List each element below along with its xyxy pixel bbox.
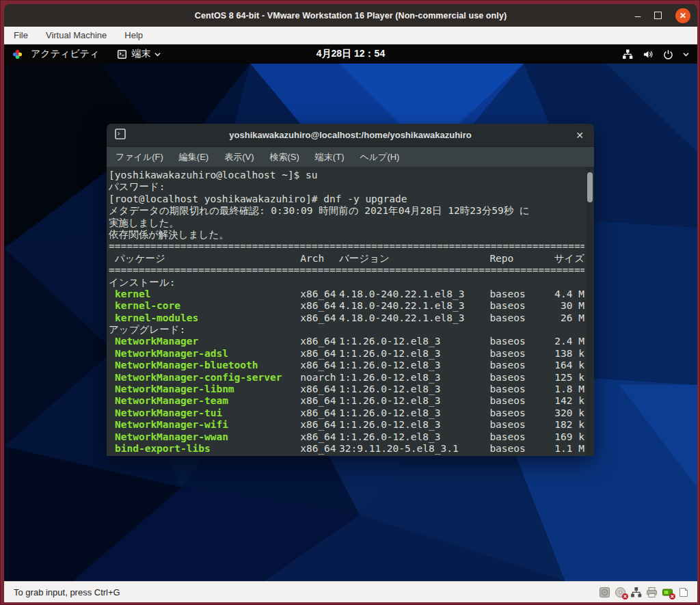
terminal-menu-file[interactable]: ファイル(F) (116, 151, 163, 163)
terminal-menubar: ファイル(F) 編集(E) 表示(V) 検索(S) 端末(T) ヘルプ(H) (107, 146, 594, 167)
repo-cell: baseos (489, 300, 552, 312)
desktop: yoshikawakazuhiro@localhost:/home/yoshik… (4, 64, 697, 581)
sound-card-icon[interactable]: ✕ (662, 587, 673, 598)
arch-cell: x86_64 (300, 443, 339, 455)
repo-cell: baseos (489, 336, 552, 347)
repo-cell: baseos (489, 407, 552, 419)
package-row: NetworkManager-wifix86_641:1.26.0-12.el8… (109, 419, 584, 431)
menu-virtual-machine[interactable]: Virtual Machine (46, 30, 107, 40)
size-cell: 142 k (552, 395, 584, 407)
package-name-cell: NetworkManager-wifi (109, 419, 300, 431)
version-cell: 4.18.0-240.22.1.el8_3 (339, 288, 489, 300)
terminal-menu-help[interactable]: ヘルプ(H) (360, 151, 399, 163)
version-cell: 4.18.0-240.22.1.el8_3 (339, 300, 489, 312)
arch-cell: x86_64 (300, 419, 339, 431)
size-cell: 320 k (552, 407, 584, 419)
terminal-menu-edit[interactable]: 編集(E) (179, 151, 208, 163)
package-table-header: パッケージ Arch バージョン Repo サイズ (109, 253, 584, 265)
version-cell: 1:1.26.0-12.el8_3 (339, 419, 489, 431)
size-cell: 138 k (552, 348, 584, 360)
network-adapter-icon[interactable] (630, 587, 642, 598)
terminal-screen[interactable]: [yoshikawakazuhiro@localhost ~]$ su パスワー… (107, 167, 594, 456)
terminal-menu-search[interactable]: 検索(S) (270, 151, 299, 163)
repo-cell: baseos (489, 384, 552, 395)
terminal-titlebar[interactable]: yoshikawakazuhiro@localhost:/home/yoshik… (107, 124, 594, 146)
package-row: NetworkManager-libnmx86_641:1.26.0-12.el… (109, 384, 584, 395)
printer-icon[interactable] (646, 587, 658, 598)
package-name-cell: NetworkManager-bluetooth (109, 360, 300, 371)
size-cell: 4.4 M (552, 288, 584, 300)
package-name-cell: NetworkManager-team (109, 395, 300, 407)
vmware-window-title: CentOS 8 64-bit - VMware Workstation 16 … (4, 11, 697, 21)
version-cell: 1:1.26.0-12.el8_3 (339, 395, 489, 407)
clipboard-icon[interactable] (677, 587, 689, 598)
arch-cell: x86_64 (300, 360, 339, 371)
version-cell: 1:1.26.0-12.el8_3 (339, 431, 489, 443)
repo-cell: baseos (489, 288, 552, 300)
size-cell: 2.4 M (552, 336, 584, 347)
package-row: NetworkManager-tuix86_641:1.26.0-12.el8_… (109, 407, 584, 419)
repo-cell: baseos (489, 372, 552, 384)
package-row: kernelx86_644.18.0-240.22.1.el8_3baseos4… (109, 288, 584, 300)
terminal-line: 実施しました。 (109, 217, 584, 229)
package-row: NetworkManagerx86_641:1.26.0-12.el8_3bas… (109, 336, 584, 347)
package-name-cell: NetworkManager-adsl (109, 348, 300, 360)
arch-cell: x86_64 (300, 312, 339, 324)
version-cell: 32:9.11.20-5.el8_3.1 (339, 443, 489, 455)
repo-cell: baseos (489, 312, 552, 324)
volume-icon (643, 49, 654, 59)
terminal-title: yoshikawakazuhiro@localhost:/home/yoshik… (107, 130, 594, 140)
arch-cell: x86_64 (300, 395, 339, 407)
version-cell: 1:1.26.0-12.el8_3 (339, 372, 489, 384)
size-cell: 1.1 M (552, 443, 584, 455)
header-package: パッケージ (109, 253, 300, 265)
arch-cell: noarch (300, 372, 339, 384)
vmware-titlebar[interactable]: CentOS 8 64-bit - VMware Workstation 16 … (4, 4, 697, 27)
repo-cell: baseos (489, 419, 552, 431)
arch-cell: x86_64 (300, 431, 339, 443)
size-cell: 169 k (552, 431, 584, 443)
header-size: サイズ (552, 253, 584, 265)
menu-file[interactable]: File (14, 30, 28, 40)
repo-cell: baseos (489, 395, 552, 407)
minimize-button[interactable]: – (635, 12, 641, 19)
repo-cell: baseos (489, 360, 552, 371)
version-cell: 1:1.26.0-12.el8_3 (339, 407, 489, 419)
package-name-cell: kernel-core (109, 300, 300, 312)
terminal-menu-terminal[interactable]: 端末(T) (315, 151, 345, 163)
close-button[interactable]: ✕ (675, 8, 690, 23)
hard-disk-icon[interactable] (599, 587, 610, 598)
package-row: kernel-modulesx86_644.18.0-240.22.1.el8_… (109, 312, 584, 324)
terminal-line: [root@localhost yoshikawakazuhiro]# dnf … (109, 193, 584, 205)
size-cell: 182 k (552, 419, 584, 431)
size-cell: 164 k (552, 360, 584, 371)
scrollbar-thumb[interactable] (587, 172, 593, 202)
separator-line: ========================================… (109, 265, 584, 276)
terminal-line: メタデータの期限切れの最終確認: 0:30:09 時間前の 2021年04月28… (109, 205, 584, 217)
terminal-close-button[interactable]: ✕ (574, 129, 586, 142)
package-name-cell: NetworkManager (109, 336, 300, 347)
package-table: インストール:kernelx86_644.18.0-240.22.1.el8_3… (109, 277, 584, 455)
chevron-down-icon (683, 52, 689, 57)
terminal-menu-view[interactable]: 表示(V) (224, 151, 254, 163)
menu-help[interactable]: Help (124, 30, 143, 40)
size-cell: 1.8 M (552, 384, 584, 395)
arch-cell: x86_64 (300, 336, 339, 347)
repo-cell: baseos (489, 431, 552, 443)
arch-cell: x86_64 (300, 348, 339, 360)
version-cell: 1:1.26.0-12.el8_3 (339, 348, 489, 360)
cd-rom-icon[interactable]: ✕ (615, 587, 626, 598)
terminal-scrollbar[interactable] (586, 167, 594, 456)
system-status-area[interactable] (622, 49, 689, 59)
clock[interactable]: 4月28日 12：54 (4, 48, 697, 60)
package-name-cell: bind-export-libs (109, 443, 300, 455)
version-cell: 1:1.26.0-12.el8_3 (339, 384, 489, 395)
separator-line: ========================================… (109, 241, 584, 252)
disconnected-badge: ✕ (669, 593, 675, 600)
power-icon (663, 49, 673, 59)
maximize-button[interactable] (654, 12, 662, 19)
package-name-cell: kernel (109, 288, 300, 300)
terminal-line: 依存関係が解決しました。 (109, 229, 584, 241)
size-cell: 30 M (552, 300, 584, 312)
arch-cell: x86_64 (300, 407, 339, 419)
